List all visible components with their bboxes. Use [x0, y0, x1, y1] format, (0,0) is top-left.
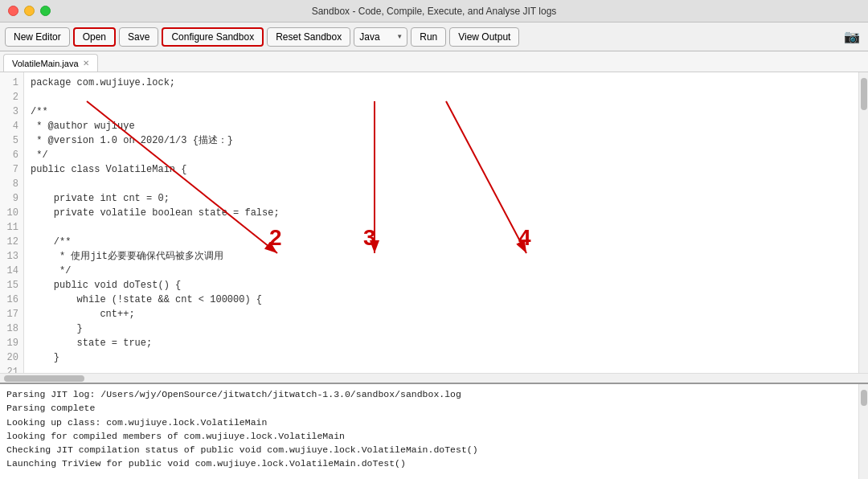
code-line-2	[31, 90, 852, 104]
camera-icon: 📷	[844, 29, 860, 44]
language-selector[interactable]: Java Kotlin Scala Groovy	[354, 28, 407, 46]
code-line-17: cnt++;	[31, 307, 852, 321]
console-line-1: Parsing JIT log: /Users/wjy/OpenSource/j…	[6, 387, 862, 401]
console-line-4: looking for compiled members of com.wuji…	[6, 429, 862, 443]
line-number-21: 21	[0, 365, 23, 373]
vertical-scrollbar[interactable]	[858, 72, 868, 373]
line-number-4: 4	[0, 119, 23, 133]
code-line-10: private volatile boolean state = false;	[31, 206, 852, 220]
horizontal-scrollbar[interactable]	[0, 373, 868, 383]
code-line-15: public void doTest() {	[31, 278, 852, 293]
code-line-21	[31, 365, 852, 373]
code-line-8	[31, 177, 852, 191]
line-number-9: 9	[0, 191, 23, 206]
open-button[interactable]: Open	[73, 27, 116, 47]
code-line-18: }	[31, 321, 852, 336]
line-number-20: 20	[0, 350, 23, 365]
view-output-button[interactable]: View Output	[449, 27, 519, 47]
traffic-lights	[8, 6, 51, 16]
code-line-20: }	[31, 350, 852, 365]
console-line-3: Looking up class: com.wujiuye.lock.Volat…	[6, 416, 862, 429]
code-line-5: * @version 1.0 on 2020/1/3 {描述：}	[31, 133, 852, 148]
line-number-17: 17	[0, 307, 23, 321]
code-line-13: * 使用jit必要要确保代码被多次调用	[31, 249, 852, 264]
console-output: Parsing JIT log: /Users/wjy/OpenSource/j…	[0, 383, 868, 479]
line-number-11: 11	[0, 220, 23, 235]
line-number-14: 14	[0, 264, 23, 278]
code-line-3: /**	[31, 104, 852, 119]
line-number-8: 8	[0, 177, 23, 191]
maximize-button[interactable]	[40, 6, 51, 16]
reset-sandbox-button[interactable]: Reset Sandbox	[267, 27, 350, 47]
tab-close-icon[interactable]: ✕	[83, 59, 89, 68]
title-bar: Sandbox - Code, Compile, Execute, and An…	[0, 0, 868, 23]
line-number-13: 13	[0, 249, 23, 264]
h-scrollbar-thumb[interactable]	[4, 375, 84, 382]
line-number-19: 19	[0, 336, 23, 350]
toolbar: New Editor Open Save Configure Sandbox R…	[0, 23, 868, 51]
code-line-19: state = true;	[31, 336, 852, 350]
window-title: Sandbox - Code, Compile, Execute, and An…	[312, 6, 557, 17]
tab-label: VolatileMain.java	[12, 59, 79, 68]
code-editor: 1234567891011121314151617181920212223 pa…	[0, 72, 868, 373]
console-line-5: Checking JIT compilation status of publi…	[6, 443, 862, 456]
code-line-1: package com.wujiuye.lock;	[31, 76, 852, 90]
code-line-6: */	[31, 148, 852, 162]
console-line-6: Launching TriView for public void com.wu…	[6, 456, 862, 470]
code-line-12: /**	[31, 235, 852, 249]
configure-sandbox-button[interactable]: Configure Sandbox	[162, 27, 264, 47]
code-line-7: public class VolatileMain {	[31, 162, 852, 177]
code-line-4: * @author wujiuye	[31, 119, 852, 133]
line-number-16: 16	[0, 293, 23, 307]
screenshot-button[interactable]: 📷	[841, 26, 863, 48]
code-line-16: while (!state && cnt < 100000) {	[31, 293, 852, 307]
code-content[interactable]: package com.wujiuye.lock;/** * @author w…	[24, 72, 858, 373]
code-line-9: private int cnt = 0;	[31, 191, 852, 206]
scrollbar-thumb[interactable]	[861, 78, 867, 110]
line-number-18: 18	[0, 321, 23, 336]
line-number-12: 12	[0, 235, 23, 249]
save-button[interactable]: Save	[119, 27, 158, 47]
line-number-7: 7	[0, 162, 23, 177]
code-line-14: */	[31, 264, 852, 278]
line-number-15: 15	[0, 278, 23, 293]
run-button[interactable]: Run	[411, 27, 446, 47]
language-selector-wrapper[interactable]: Java Kotlin Scala Groovy ▼	[354, 27, 407, 47]
console-scrollbar-thumb[interactable]	[861, 390, 867, 406]
line-numbers: 1234567891011121314151617181920212223	[0, 72, 24, 373]
console-line-2: Parsing complete	[6, 401, 862, 415]
console-scrollbar[interactable]	[858, 384, 868, 479]
tab-bar: VolatileMain.java ✕	[0, 51, 868, 72]
tab-volatile-main[interactable]: VolatileMain.java ✕	[3, 54, 98, 72]
line-number-10: 10	[0, 206, 23, 220]
minimize-button[interactable]	[24, 6, 35, 16]
line-number-2: 2	[0, 90, 23, 104]
line-number-3: 3	[0, 104, 23, 119]
line-number-1: 1	[0, 76, 23, 90]
new-editor-button[interactable]: New Editor	[5, 27, 70, 47]
h-scrollbar-track	[0, 375, 868, 382]
close-button[interactable]	[8, 6, 18, 16]
line-number-5: 5	[0, 133, 23, 148]
line-number-6: 6	[0, 148, 23, 162]
code-line-11	[31, 220, 852, 235]
